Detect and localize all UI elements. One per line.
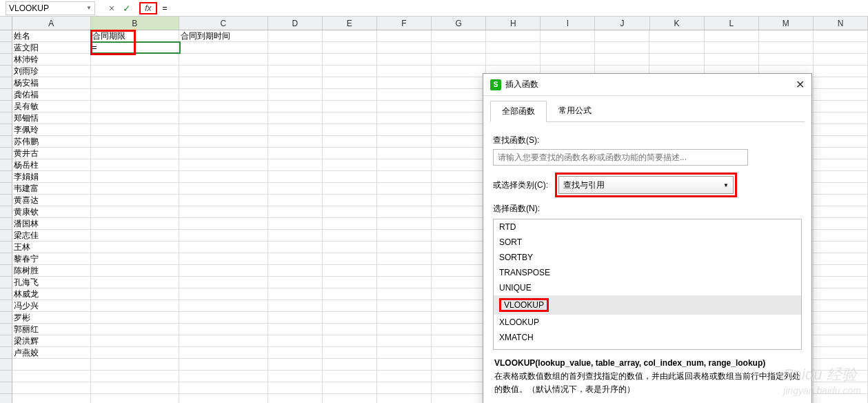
cell[interactable] — [432, 124, 486, 136]
cell[interactable] — [814, 312, 868, 324]
cell[interactable] — [759, 54, 814, 66]
cell[interactable] — [323, 335, 377, 347]
cell[interactable] — [268, 42, 323, 54]
cell[interactable] — [814, 394, 868, 403]
cell[interactable] — [377, 288, 432, 300]
name-box[interactable]: VLOOKUP ▼ — [6, 1, 95, 15]
row-header[interactable] — [0, 230, 12, 242]
function-item[interactable]: SORTBY — [494, 250, 801, 265]
cell[interactable] — [814, 265, 868, 277]
cell[interactable] — [268, 30, 323, 42]
cell[interactable] — [377, 30, 432, 42]
cell[interactable] — [323, 324, 377, 335]
cell[interactable]: 梁洪辉 — [12, 335, 91, 347]
cell[interactable] — [323, 347, 377, 359]
cell[interactable] — [432, 394, 486, 403]
cell[interactable] — [705, 54, 759, 66]
cell[interactable] — [541, 30, 595, 42]
row-header[interactable] — [0, 394, 12, 403]
cell[interactable] — [91, 66, 180, 77]
cell[interactable] — [91, 288, 180, 300]
cell[interactable] — [268, 324, 323, 335]
cell[interactable] — [432, 195, 486, 206]
cell[interactable]: 陈树胜 — [12, 265, 91, 277]
cell[interactable] — [268, 112, 323, 124]
cell[interactable] — [814, 324, 868, 335]
cell[interactable] — [814, 148, 868, 159]
cell[interactable]: 卢燕姣 — [12, 347, 91, 359]
cell[interactable] — [814, 112, 868, 124]
cell[interactable]: 梁志佳 — [12, 230, 91, 242]
cell[interactable]: 杨岳柱 — [12, 159, 91, 171]
cell[interactable] — [91, 136, 180, 148]
col-header-C[interactable]: C — [179, 17, 268, 30]
col-header-I[interactable]: I — [541, 17, 595, 30]
cell[interactable] — [179, 335, 268, 347]
cell[interactable] — [432, 230, 486, 242]
cell[interactable] — [814, 371, 868, 382]
cell[interactable] — [12, 371, 91, 382]
row-header[interactable] — [0, 101, 12, 112]
cell[interactable]: 黄康钦 — [12, 206, 91, 218]
cell[interactable] — [432, 359, 486, 371]
cell[interactable] — [432, 136, 486, 148]
cell[interactable] — [759, 30, 814, 42]
cell[interactable] — [814, 124, 868, 136]
cell[interactable] — [91, 171, 180, 183]
cell[interactable] — [377, 253, 432, 265]
cell[interactable] — [91, 77, 180, 89]
cell[interactable] — [91, 347, 180, 359]
cell[interactable] — [432, 112, 486, 124]
cell[interactable] — [12, 394, 91, 403]
cell[interactable] — [323, 30, 377, 42]
cell[interactable] — [814, 101, 868, 112]
cell[interactable] — [432, 42, 486, 54]
row-header[interactable] — [0, 159, 12, 171]
cell[interactable]: 蓝文阳 — [12, 42, 91, 54]
cell[interactable] — [179, 148, 268, 159]
cell[interactable] — [432, 218, 486, 230]
cell[interactable] — [814, 66, 868, 77]
cell[interactable]: 杨安福 — [12, 77, 91, 89]
cell[interactable] — [432, 148, 486, 159]
cell[interactable] — [268, 183, 323, 195]
cell[interactable] — [91, 359, 180, 371]
cell[interactable] — [323, 159, 377, 171]
cell[interactable] — [377, 206, 432, 218]
cell[interactable] — [268, 195, 323, 206]
cell[interactable] — [814, 195, 868, 206]
cell[interactable] — [323, 371, 377, 382]
cell[interactable]: 林沛铃 — [12, 54, 91, 66]
function-item[interactable]: UNIQUE — [494, 280, 801, 295]
row-header[interactable] — [0, 206, 12, 218]
cell[interactable] — [91, 159, 180, 171]
col-header-F[interactable]: F — [377, 17, 432, 30]
cell[interactable] — [541, 54, 595, 66]
row-header[interactable] — [0, 242, 12, 253]
cell[interactable] — [179, 300, 268, 312]
cell[interactable] — [814, 89, 868, 101]
cell[interactable] — [323, 89, 377, 101]
cell[interactable] — [323, 136, 377, 148]
cell[interactable] — [814, 300, 868, 312]
cell[interactable] — [268, 277, 323, 288]
cell[interactable] — [649, 30, 704, 42]
col-header-J[interactable]: J — [595, 17, 649, 30]
cell[interactable] — [705, 30, 759, 42]
cell[interactable] — [377, 347, 432, 359]
cell[interactable] — [541, 42, 595, 54]
cell[interactable] — [323, 77, 377, 89]
cell[interactable] — [179, 394, 268, 403]
cell[interactable] — [486, 54, 541, 66]
cell[interactable] — [323, 359, 377, 371]
cell[interactable] — [91, 382, 180, 394]
cell[interactable] — [759, 42, 814, 54]
col-header-L[interactable]: L — [705, 17, 759, 30]
cell[interactable] — [323, 253, 377, 265]
cell[interactable] — [268, 89, 323, 101]
cell[interactable] — [814, 30, 868, 42]
cell[interactable] — [814, 77, 868, 89]
cell[interactable] — [323, 218, 377, 230]
cell[interactable] — [179, 112, 268, 124]
cell[interactable] — [377, 159, 432, 171]
